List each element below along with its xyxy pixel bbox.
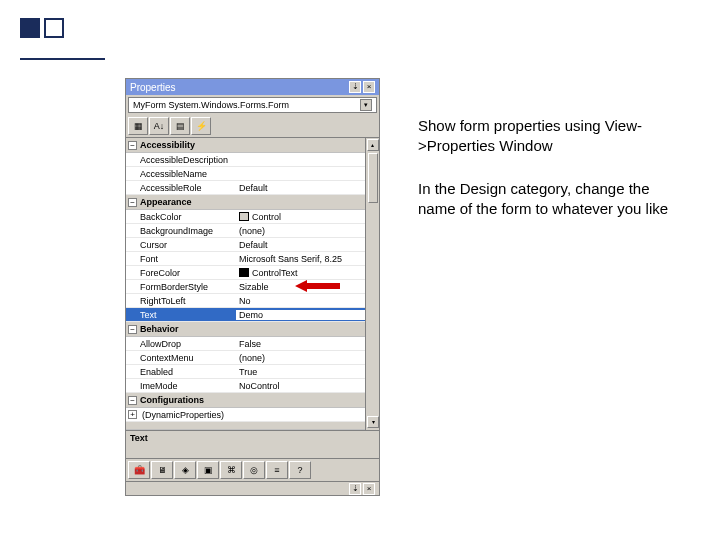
alphabetical-button[interactable]: A↓ — [149, 117, 169, 135]
object-selector-text: MyForm System.Windows.Forms.Form — [133, 100, 289, 110]
scroll-down-button[interactable]: ▾ — [367, 416, 379, 428]
close-button[interactable]: × — [363, 81, 375, 93]
events-tab-button[interactable]: ⚡ — [191, 117, 211, 135]
category-appearance[interactable]: − Appearance — [126, 195, 365, 210]
category-behavior[interactable]: − Behavior — [126, 322, 365, 337]
properties-toolbar: ▦ A↓ ▤ ⚡ — [126, 115, 379, 138]
pin-button[interactable]: ⇣ — [349, 483, 361, 495]
chevron-down-icon[interactable]: ▾ — [360, 99, 372, 111]
prop-contextmenu[interactable]: ContextMenu (none) — [126, 351, 365, 365]
collapse-icon[interactable]: − — [128, 396, 137, 405]
object-selector[interactable]: MyForm System.Windows.Forms.Form ▾ — [128, 97, 377, 113]
prop-backgroundimage[interactable]: BackgroundImage (none) — [126, 224, 365, 238]
prop-dynamic[interactable]: + (DynamicProperties) — [126, 408, 365, 422]
properties-tab-button[interactable]: ▤ — [170, 117, 190, 135]
categorized-button[interactable]: ▦ — [128, 117, 148, 135]
category-configurations[interactable]: − Configurations — [126, 393, 365, 408]
vertical-scrollbar[interactable]: ▴ ▾ — [365, 138, 379, 430]
instruction-paragraph-1: Show form properties using View->Propert… — [418, 116, 678, 155]
color-swatch-icon — [239, 268, 249, 277]
prop-backcolor[interactable]: BackColor Control — [126, 210, 365, 224]
macro-explorer-button[interactable]: ⌘ — [220, 461, 242, 479]
property-grid: − Accessibility AccessibleDescription Ac… — [126, 138, 365, 430]
panel-title: Properties — [130, 82, 176, 93]
resource-view-button[interactable]: ▣ — [197, 461, 219, 479]
server-explorer-button[interactable]: 🖥 — [151, 461, 173, 479]
prop-allowdrop[interactable]: AllowDrop False — [126, 337, 365, 351]
expand-icon[interactable]: + — [128, 410, 137, 419]
help-button[interactable]: ? — [289, 461, 311, 479]
category-truncated — [126, 422, 365, 430]
prop-text[interactable]: Text Demo — [126, 308, 365, 322]
prop-cursor[interactable]: Cursor Default — [126, 238, 365, 252]
class-view-button[interactable]: ◈ — [174, 461, 196, 479]
document-outline-button[interactable]: ≡ — [266, 461, 288, 479]
instruction-text: Show form properties using View->Propert… — [418, 116, 678, 242]
collapse-icon[interactable]: − — [128, 198, 137, 207]
prop-forecolor[interactable]: ForeColor ControlText — [126, 266, 365, 280]
prop-enabled[interactable]: Enabled True — [126, 365, 365, 379]
scroll-up-button[interactable]: ▴ — [367, 139, 379, 151]
slide-decoration — [20, 18, 68, 40]
prop-accessiblerole[interactable]: AccessibleRole Default — [126, 181, 365, 195]
instruction-paragraph-2: In the Design category, change the name … — [418, 179, 678, 218]
color-swatch-icon — [239, 212, 249, 221]
description-title: Text — [130, 433, 375, 443]
collapse-icon[interactable]: − — [128, 325, 137, 334]
prop-imemode[interactable]: ImeMode NoControl — [126, 379, 365, 393]
prop-accessibledescription[interactable]: AccessibleDescription — [126, 153, 365, 167]
collapse-icon[interactable]: − — [128, 141, 137, 150]
extra-toolbar: 🧰 🖥 ◈ ▣ ⌘ ◎ ≡ ? — [126, 458, 379, 481]
properties-panel: Properties ⇣ × MyForm System.Windows.For… — [125, 78, 380, 496]
scroll-thumb[interactable] — [368, 153, 378, 203]
category-accessibility[interactable]: − Accessibility — [126, 138, 365, 153]
toolbox-button[interactable]: 🧰 — [128, 461, 150, 479]
prop-formborderstyle[interactable]: FormBorderStyle Sizable — [126, 280, 365, 294]
object-browser-button[interactable]: ◎ — [243, 461, 265, 479]
secondary-pane-header: ⇣ × — [126, 481, 379, 495]
prop-font[interactable]: Font Microsoft Sans Serif, 8.25 — [126, 252, 365, 266]
prop-righttoleft[interactable]: RightToLeft No — [126, 294, 365, 308]
pin-button[interactable]: ⇣ — [349, 81, 361, 93]
description-pane: Text — [126, 430, 379, 458]
close-button[interactable]: × — [363, 483, 375, 495]
prop-accessiblename[interactable]: AccessibleName — [126, 167, 365, 181]
panel-titlebar: Properties ⇣ × — [126, 79, 379, 95]
